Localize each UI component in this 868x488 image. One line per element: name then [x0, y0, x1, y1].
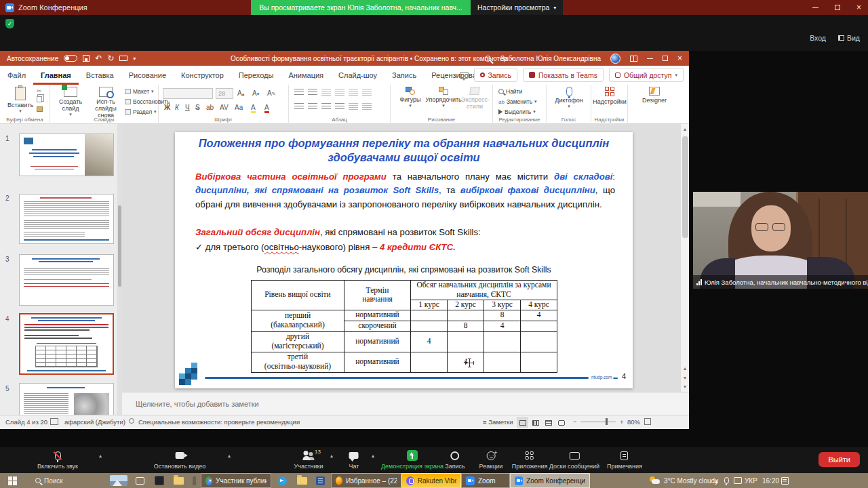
smartart-button[interactable] — [362, 103, 372, 110]
decrease-indent-button[interactable] — [321, 89, 331, 96]
start-button[interactable] — [4, 473, 21, 488]
pinned-app-button[interactable] — [312, 473, 329, 488]
pinned-app-button[interactable] — [151, 473, 168, 488]
quick-styles-button[interactable]: Экспресс- стили — [461, 87, 488, 110]
stop-video-button[interactable]: Остановить видео — [154, 450, 206, 470]
slide-thumbnail-1[interactable] — [19, 134, 114, 176]
highlight-color-button[interactable]: A — [251, 104, 256, 113]
font-size-combobox[interactable]: 28 — [216, 88, 233, 99]
reactions-button[interactable]: + Реакции — [479, 450, 503, 470]
pinned-app-button[interactable] — [189, 473, 200, 488]
chat-button[interactable]: Чат — [349, 450, 359, 470]
shapes-button[interactable]: Фигуры ▾ — [396, 87, 425, 108]
character-spacing-button[interactable]: ab — [206, 104, 214, 111]
leave-button[interactable]: Выйти — [818, 452, 860, 467]
participants-options-icon[interactable]: ▴ — [330, 453, 333, 459]
underline-button[interactable]: Ч — [185, 104, 190, 111]
scroll-up-icon[interactable]: ▴ — [681, 126, 689, 132]
designer-button[interactable]: Designer — [637, 87, 671, 104]
file-explorer-button[interactable] — [293, 473, 311, 488]
slide-sorter-view-button[interactable] — [530, 417, 541, 428]
security-shield-icon[interactable]: ✓ — [5, 19, 14, 28]
firefox-task-button[interactable]: Избранное – (22697) — [331, 473, 401, 488]
tab-file[interactable]: Файл — [0, 66, 33, 85]
zoom-task-button[interactable]: Zoom — [461, 473, 510, 488]
align-left-button[interactable] — [294, 103, 304, 110]
tab-record[interactable]: Запись — [384, 66, 424, 85]
ppt-minimize-button[interactable] — [647, 58, 653, 59]
weather-widget[interactable] — [106, 473, 132, 488]
reuse-slides-button[interactable]: Исп-ть слайды снова — [88, 87, 123, 119]
zoom-slider[interactable] — [580, 422, 616, 422]
change-case-button[interactable]: Aa — [235, 104, 243, 111]
align-right-button[interactable] — [321, 103, 331, 110]
zoom-minimize-button[interactable] — [812, 7, 818, 8]
comments-icon[interactable] — [460, 72, 469, 79]
shrink-font-button[interactable]: A▾ — [252, 89, 259, 97]
fit-to-window-icon[interactable] — [644, 418, 651, 425]
select-button[interactable]: Выделить▾ — [498, 108, 536, 115]
start-slideshow-icon[interactable] — [119, 56, 127, 61]
copy-button[interactable] — [37, 96, 42, 102]
format-painter-button[interactable] — [37, 106, 43, 112]
zoom-in-button[interactable]: + — [620, 418, 624, 426]
ppt-close-button[interactable]: × — [677, 54, 682, 63]
align-center-button[interactable] — [308, 103, 317, 110]
tab-home[interactable]: Главная — [33, 66, 79, 85]
cut-button[interactable]: ✂ — [37, 87, 42, 94]
zoom-out-button[interactable]: − — [573, 418, 577, 426]
notes-pane[interactable]: Щелкните, чтобы добавить заметки — [122, 392, 689, 415]
new-slide-button[interactable]: Создать слайд ▾ — [53, 87, 88, 117]
slide-thumbnail-2[interactable] — [19, 194, 114, 244]
tab-draw[interactable]: Рисование — [121, 66, 174, 85]
autosave-toggle[interactable] — [64, 55, 77, 62]
zoom-restore-button[interactable] — [835, 5, 840, 10]
tab-animations[interactable]: Анимация — [281, 66, 331, 85]
vertical-scrollbar[interactable]: ▴ ▴ ▾ ▾ — [680, 124, 689, 392]
replace-button[interactable]: abЗаменить▾ — [498, 98, 537, 105]
pinned-app-button[interactable] — [274, 473, 291, 488]
numbering-button[interactable] — [308, 89, 317, 96]
kerning-button[interactable]: AV — [220, 104, 229, 111]
apps-button[interactable]: Приложения — [512, 450, 548, 470]
notes-toggle[interactable]: ≡ Заметки — [483, 418, 513, 426]
slideshow-view-button[interactable] — [555, 417, 567, 428]
find-button[interactable]: Найти — [498, 88, 522, 95]
slide-4[interactable]: Положення про формування переліку та обр… — [175, 132, 633, 388]
slide-thumbnail-3[interactable] — [19, 254, 114, 306]
zoom-meeting-task-button[interactable]: Zoom Конференция — [510, 473, 590, 488]
accessibility-status[interactable]: Специальные возможности: проверьте реком… — [138, 418, 300, 426]
bullets-button[interactable] — [294, 89, 304, 96]
chrome-task-button[interactable]: Участник публикац... — [201, 473, 271, 488]
search-icon[interactable] — [485, 56, 491, 62]
undo-icon[interactable]: ↶ — [95, 54, 102, 63]
reading-view-button[interactable] — [542, 417, 554, 428]
task-view-button[interactable] — [132, 473, 149, 488]
font-color-button[interactable]: А — [264, 104, 269, 113]
thumbnail-scrollbar[interactable] — [117, 124, 122, 415]
redo-icon[interactable]: ↻ — [107, 54, 114, 63]
participants-button[interactable]: 13 Участники — [294, 450, 323, 470]
addins-button[interactable]: Надстройки — [593, 87, 627, 105]
tab-transitions[interactable]: Переходы — [231, 66, 281, 85]
chat-options-icon[interactable]: ▴ — [372, 453, 374, 459]
section-button[interactable]: Раздел▾ — [125, 108, 157, 115]
ppt-restore-button[interactable] — [663, 56, 668, 61]
share-screen-button[interactable]: Демонстрация экрана — [381, 450, 443, 470]
strikethrough-button[interactable]: S — [195, 104, 200, 111]
columns-button[interactable] — [349, 103, 358, 110]
tab-design[interactable]: Конструктор — [174, 66, 231, 85]
grow-font-button[interactable]: A▴ — [237, 89, 244, 97]
file-explorer-button[interactable] — [170, 473, 188, 488]
tab-insert[interactable]: Вставка — [79, 66, 121, 85]
zoom-close-button[interactable]: × — [856, 3, 861, 12]
dictate-button[interactable]: Диктофон ▾ — [552, 87, 586, 109]
justify-button[interactable] — [335, 103, 344, 110]
zoom-slider-knob[interactable] — [606, 418, 608, 425]
slide-thumbnail-4-selected[interactable] — [19, 313, 114, 375]
meeting-notes-button[interactable]: Примечания — [607, 450, 642, 470]
record-button[interactable]: Запись — [445, 450, 465, 470]
paste-button[interactable]: Вставить ▾ — [5, 87, 35, 114]
view-button[interactable]: Вид — [838, 34, 860, 42]
previous-slide-icon[interactable]: ▴ — [681, 365, 689, 371]
